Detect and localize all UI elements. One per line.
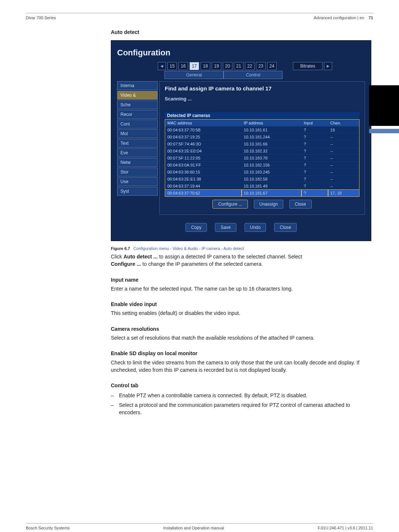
header-product: Divar 700 Series <box>26 16 56 20</box>
heading-auto-detect: Auto detect <box>111 29 371 35</box>
text-input-name: Enter a name for the selected input. The… <box>111 285 371 292</box>
tab-22[interactable]: 22 <box>245 62 255 70</box>
footer-left: Bosch Security Systems <box>26 526 70 530</box>
sidebar-item-recording[interactable]: Recor <box>117 110 158 119</box>
footer-center: Installation and Operation manual <box>163 526 224 530</box>
subtab-general[interactable]: General <box>164 71 224 79</box>
list-item: Select a protocol and the communication … <box>119 401 371 416</box>
sidebar-item-video-audio[interactable]: Video & <box>117 91 158 100</box>
undo-button[interactable]: Undo <box>245 223 266 232</box>
table-row[interactable]: 00:04:63:2E:E0:D410.10.182.32?-- <box>165 148 359 155</box>
sidebar-item-storage[interactable]: Stor <box>117 168 158 176</box>
save-button[interactable]: Save <box>215 223 236 232</box>
th-mac[interactable]: MAC address <box>165 120 242 127</box>
tab-23[interactable]: 23 <box>256 62 266 70</box>
text-enable-video: This setting enables (default) or disabl… <box>111 309 371 317</box>
tab-15[interactable]: 15 <box>167 62 177 70</box>
heading-camera-res: Camera resolutions <box>111 325 371 333</box>
table-row[interactable]: 00:04:63:37:70:5B10.10.181.61?19 <box>165 127 359 134</box>
tab-20[interactable]: 20 <box>223 62 232 70</box>
table-header-row: MAC address IP address Input Chan. <box>165 120 359 127</box>
tab-17[interactable]: 17 <box>190 62 199 70</box>
bitrates-button[interactable]: Bitrates <box>293 62 323 70</box>
close-button[interactable]: Close <box>274 223 297 232</box>
text-camera-res: Select a set of resolutions that match t… <box>111 334 371 341</box>
configure-button[interactable]: Configure ... <box>212 200 248 209</box>
sidebar-item-text[interactable]: Text <box>117 139 158 148</box>
config-title: Configuration <box>117 48 365 58</box>
sidebar-item-user[interactable]: Use <box>117 177 158 186</box>
table-row[interactable]: 00:04:63:36:60:1510.10.183.245?-- <box>165 169 359 176</box>
tab-19[interactable]: 19 <box>212 62 221 70</box>
text-enable-sd: Check to limit the video streams from th… <box>111 359 371 374</box>
preview-slider[interactable] <box>369 129 399 133</box>
heading-enable-video: Enable video input <box>111 301 371 308</box>
detected-section-header: Detected IP cameras <box>165 112 359 119</box>
list-item: Enable PTZ when a controllable camera is… <box>119 392 371 399</box>
unassign-button[interactable]: Unassign <box>254 200 283 209</box>
tab-next-button[interactable]: ► <box>324 62 332 70</box>
table-row[interactable]: 00:07:5F:74:46:3D10.10.181.66?-- <box>165 141 359 148</box>
modal-title: Find and assign IP camera to channel 17 <box>165 85 359 92</box>
copy-button[interactable]: Copy <box>185 223 207 232</box>
tab-prev-button[interactable]: ◄ <box>158 62 166 70</box>
sidebar-item-contact[interactable]: Cont <box>117 120 158 128</box>
th-ip[interactable]: IP address <box>242 120 301 127</box>
sidebar-item-event[interactable]: Eve <box>117 148 158 157</box>
after-figure-text: Click Auto detect ... to assign a detect… <box>111 253 371 268</box>
camera-preview <box>369 85 399 126</box>
table-row-selected[interactable]: 00:04:63:37:70:6210.10.181.67?17, 18 <box>165 190 359 197</box>
sidebar-item-motion[interactable]: Mot <box>117 129 158 138</box>
tab-24[interactable]: 24 <box>267 62 277 70</box>
cameras-table: MAC address IP address Input Chan. 00:04… <box>165 120 359 196</box>
th-chan[interactable]: Chan. <box>328 120 359 127</box>
table-row[interactable]: 00:04:63:2E:E1:3810.10.182.58?-- <box>165 176 359 183</box>
sidebar-item-schedule[interactable]: Sche <box>117 100 158 109</box>
scanning-status: Scanning ... <box>165 96 359 102</box>
sidebar-item-system[interactable]: Syst <box>117 187 158 196</box>
table-row[interactable]: 00:04:63:37:19:2510.10.181.244?-- <box>165 134 359 141</box>
footer-right: F.01U.246.471 | v3.6 | 2011.11 <box>318 526 373 530</box>
heading-enable-sd: Enable SD display on local monitor <box>111 350 371 357</box>
sidebar-item-international[interactable]: Interna <box>117 81 158 90</box>
tab-18[interactable]: 18 <box>201 62 210 70</box>
subtab-control[interactable]: Control <box>224 71 283 79</box>
tab-16[interactable]: 16 <box>178 62 188 70</box>
header-right: Advanced configuration | en 71 <box>314 16 373 20</box>
heading-control-tab: Control tab <box>111 382 371 389</box>
table-row[interactable]: 00:04:63:0A:91:FF10.10.182.156?-- <box>165 162 359 169</box>
table-row[interactable]: 00:04:63:37:19:4410.10.181.49?-- <box>165 183 359 190</box>
table-row[interactable]: 00:07:5F:11:22:0510.10.183.78?-- <box>165 155 359 162</box>
figure-caption: Figure 6.7 Configuration menu - Video & … <box>111 246 371 251</box>
sidebar-item-network[interactable]: Netw <box>117 158 158 167</box>
tab-21[interactable]: 21 <box>234 62 243 70</box>
modal-close-button[interactable]: Close <box>289 200 312 209</box>
heading-input-name: Input name <box>111 276 371 284</box>
header-section: Advanced configuration | en <box>314 16 364 20</box>
header-page-num: 71 <box>369 16 373 20</box>
th-input[interactable]: Input <box>301 120 328 127</box>
